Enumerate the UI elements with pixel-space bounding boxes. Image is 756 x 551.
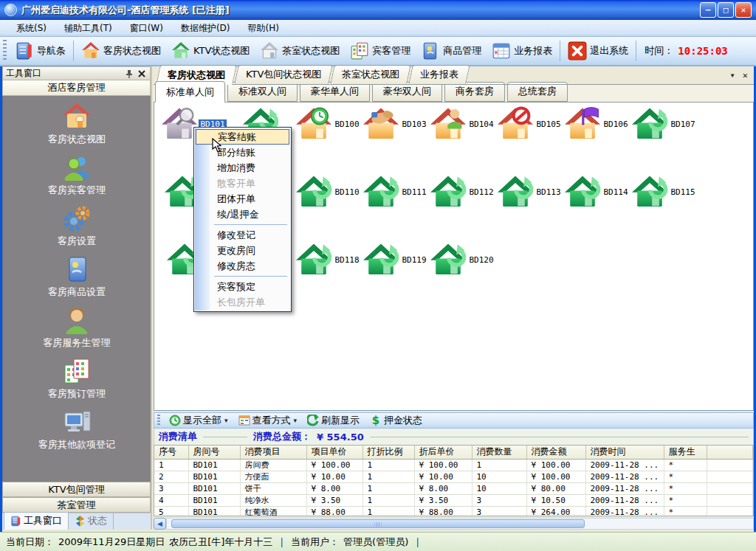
scrollbar-track[interactable] <box>166 518 754 530</box>
menu-item-3[interactable]: 数据维护(D) <box>172 20 239 37</box>
action-bar-grip[interactable] <box>157 415 160 426</box>
table-cell: 2 <box>154 471 188 482</box>
column-header-消费金额[interactable]: 消费金额 <box>526 446 585 459</box>
bottom-tab-label: 工具窗口 <box>24 514 62 527</box>
menu-item-4[interactable]: 帮助(H) <box>239 20 288 37</box>
view-tab-KTV包间状态视图[interactable]: KTV包间状态视图 <box>234 65 333 84</box>
sidebar-item-客房商品设置[interactable]: 客房商品设置 <box>3 254 151 299</box>
room-BD100[interactable]: BD100 <box>295 106 361 142</box>
room-status-block-icon <box>496 106 535 142</box>
view-tab-茶室状态视图[interactable]: 茶室状态视图 <box>331 65 412 84</box>
toolbar-button-KTV状态视图[interactable]: KTV状态视图 <box>166 39 255 63</box>
toolbar-button-业务报表[interactable]: 业务报表 <box>487 39 557 63</box>
room-type-tab-豪华双人间[interactable]: 豪华双人间 <box>372 82 442 102</box>
room-BD120[interactable]: BD120 <box>429 242 495 277</box>
room-label: BD110 <box>333 187 360 197</box>
room-BD103[interactable]: BD103 <box>362 106 428 142</box>
room-BD104[interactable]: BD104 <box>429 106 495 142</box>
scrollbar-thumb[interactable] <box>171 519 585 528</box>
menu-item-2[interactable]: 窗口(W) <box>121 20 172 37</box>
context-menu-item-团体开单[interactable]: 团体开单 <box>195 191 290 207</box>
context-menu-item-宾客结账[interactable]: 宾客结账 <box>196 129 289 145</box>
room-BD119[interactable]: BD119 <box>362 242 428 277</box>
action-button-显示全部[interactable]: 显示全部▾ <box>164 413 233 428</box>
sidebar-item-客房状态视图[interactable]: 客房状态视图 <box>3 102 151 146</box>
tab-dropdown-icon[interactable]: ▾ <box>730 70 735 80</box>
column-header-项目单价[interactable]: 项目单价 <box>306 446 362 459</box>
table-cell: 10 <box>472 471 526 482</box>
room-status-green-icon <box>429 242 467 277</box>
dropdown-caret-icon[interactable]: ▾ <box>224 417 228 424</box>
context-menu-item-宾客预定[interactable]: 宾客预定 <box>195 279 290 294</box>
table-row[interactable]: 2BD101方便面¥ 10.001¥ 10.0010¥ 100.002009-1… <box>154 471 753 482</box>
column-header-服务生[interactable]: 服务生 <box>664 446 707 459</box>
toolbar-grip[interactable] <box>3 40 7 62</box>
room-BD115[interactable]: BD115 <box>630 174 697 209</box>
sidebar-group-茶室管理[interactable]: 茶室管理 <box>2 497 151 513</box>
column-header-打折比例[interactable]: 打折比例 <box>362 446 414 459</box>
context-menu-item-修改登记[interactable]: 修改登记 <box>195 227 290 243</box>
dropdown-caret-icon[interactable]: ▾ <box>293 417 298 424</box>
context-menu-item-修改房态[interactable]: 修改房态 <box>195 258 290 274</box>
table-row[interactable]: 5BD101红葡萄酒¥ 88.001¥ 88.003¥ 264.002009-1… <box>154 506 753 516</box>
action-button-刷新显示[interactable]: 刷新显示 <box>302 413 365 428</box>
context-menu-item-续/退押金[interactable]: 续/退押金 <box>195 207 290 222</box>
room-type-tab-标准单人间[interactable]: 标准单人间 <box>155 81 225 103</box>
table-cell: 2009-11-28 ... <box>585 471 664 482</box>
action-button-查看方式[interactable]: 查看方式▾ <box>233 413 303 428</box>
tab-close-icon[interactable]: ✕ <box>743 70 748 80</box>
room-BD111[interactable]: BD111 <box>362 174 428 209</box>
pin-icon[interactable] <box>124 69 134 79</box>
column-header-房间号[interactable]: 房间号 <box>188 446 240 459</box>
context-menu-item-部分结账[interactable]: 部分结账 <box>195 145 290 160</box>
sidebar-item-客房设置[interactable]: 客房设置 <box>3 204 151 248</box>
sidebar-item-客房预订管理[interactable]: 客房预订管理 <box>3 356 151 401</box>
room-type-tab-商务套房[interactable]: 商务套房 <box>444 82 505 102</box>
context-menu-item-更改房间[interactable]: 更改房间 <box>195 243 290 258</box>
close-panel-icon[interactable] <box>137 69 147 79</box>
room-BD114[interactable]: BD114 <box>563 174 630 209</box>
room-BD105[interactable]: BD105 <box>496 106 563 142</box>
view-tab-业务报表[interactable]: 业务报表 <box>409 65 471 84</box>
room-BD112[interactable]: BD112 <box>429 174 495 209</box>
room-BD107[interactable]: BD107 <box>630 106 697 142</box>
room-BD118[interactable]: BD118 <box>295 242 361 277</box>
sidebar-item-客房服务生管理[interactable]: 客房服务生管理 <box>3 305 151 350</box>
sidebar-item-客房其他款项登记[interactable]: 客房其他款项登记 <box>3 407 151 451</box>
context-menu-item-增加消费[interactable]: 增加消费 <box>195 160 290 176</box>
menu-item-1[interactable]: 辅助工具(T) <box>55 20 121 37</box>
menu-item-0[interactable]: 系统(S) <box>7 20 55 37</box>
room-type-tab-总统套房[interactable]: 总统套房 <box>507 82 568 102</box>
toolbar-button-退出系统[interactable]: 退出系统 <box>563 39 633 63</box>
room-BD106[interactable]: BD106 <box>563 106 630 142</box>
table-row[interactable]: 3BD101饼干¥ 8.001¥ 8.0010¥ 80.002009-11-28… <box>154 482 753 494</box>
table-row[interactable]: 4BD101纯净水¥ 3.501¥ 3.503¥ 10.502009-11-28… <box>154 494 753 506</box>
sidebar-group-hotel-rooms[interactable]: 酒店客房管理 <box>2 80 151 96</box>
toolbar-button-客房状态视图[interactable]: 客房状态视图 <box>76 39 166 63</box>
column-header-消费项目[interactable]: 消费项目 <box>240 446 306 459</box>
table-row[interactable]: 1BD101房间费¥ 100.001¥ 100.001¥ 100.002009-… <box>154 459 753 471</box>
room-type-tab-豪华单人间[interactable]: 豪华单人间 <box>300 82 370 102</box>
room-BD110[interactable]: BD110 <box>295 174 361 209</box>
action-button-押金状态[interactable]: 押金状态 <box>365 413 427 428</box>
minimize-button[interactable]: — <box>700 2 716 18</box>
column-header-消费时间[interactable]: 消费时间 <box>585 446 664 459</box>
toolbar-button-宾客管理[interactable]: 宾客管理 <box>345 39 416 63</box>
toolbar-button-导航条[interactable]: 导航条 <box>10 39 71 63</box>
column-header-折后单价[interactable]: 折后单价 <box>414 446 472 459</box>
column-header-filler[interactable] <box>707 446 753 459</box>
bottom-tab-状态[interactable]: 状态 <box>69 513 114 530</box>
bottom-tab-工具窗口[interactable]: 工具窗口 <box>4 512 69 530</box>
maximize-button[interactable]: □ <box>718 2 734 18</box>
room-BD113[interactable]: BD113 <box>496 174 563 209</box>
column-header-序号[interactable]: 序号 <box>154 446 188 459</box>
column-header-消费数量[interactable]: 消费数量 <box>472 446 526 459</box>
table-cell: ¥ 10.50 <box>526 494 585 506</box>
scroll-left-button[interactable]: ◀ <box>154 518 166 530</box>
room-type-tab-标准双人间[interactable]: 标准双人间 <box>227 82 298 102</box>
toolbar-button-商品管理[interactable]: 商品管理 <box>416 39 487 63</box>
close-button[interactable]: ✕ <box>735 2 752 18</box>
toolbar-button-茶室状态视图[interactable]: 茶室状态视图 <box>255 39 345 63</box>
sidebar-group-KTV包间管理[interactable]: KTV包间管理 <box>2 482 151 497</box>
sidebar-item-客房宾客管理[interactable]: 客房宾客管理 <box>3 153 151 197</box>
